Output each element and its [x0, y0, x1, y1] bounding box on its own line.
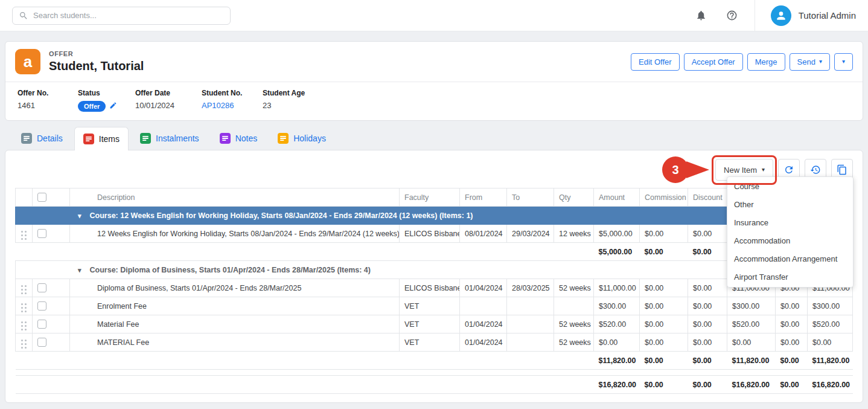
items-icon — [83, 134, 94, 144]
tab-notes[interactable]: Notes — [211, 127, 267, 150]
cell-discount: $0.00 — [688, 315, 727, 333]
drag-handle-icon[interactable] — [21, 231, 23, 233]
offer-titles: OFFER Student, Tutorial — [49, 50, 144, 73]
tab-items[interactable]: Items — [74, 127, 129, 150]
cell-total: $0.00 — [776, 315, 808, 333]
offer-head: a OFFER Student, Tutorial Edit Offer Acc… — [5, 42, 863, 82]
student-no-link[interactable]: AP10286 — [202, 101, 234, 110]
column-header-commission: Commission — [640, 188, 688, 207]
refresh-icon — [783, 164, 794, 175]
table-row: MATERIAL Fee VET 01/04/2024 52 weeks $0.… — [16, 333, 853, 352]
search-input[interactable] — [33, 11, 224, 20]
cell-to: 28/03/2025 — [507, 279, 554, 297]
edit-status-icon[interactable] — [109, 101, 117, 111]
cell-total: $0.00 — [808, 333, 853, 352]
row-checkbox[interactable] — [37, 283, 46, 292]
cell-commission: $0.00 — [640, 297, 688, 315]
cell-total: $0.00 — [776, 297, 808, 315]
menu-item-accommodation-arrangement[interactable]: Accommodation Arrangement — [727, 250, 853, 268]
column-header-description: Description — [70, 188, 400, 207]
collapse-group-icon[interactable]: ▾ — [78, 266, 81, 274]
avatar — [771, 5, 791, 26]
cell-description: Enrolment Fee — [70, 297, 400, 315]
row-checkbox[interactable] — [37, 229, 46, 238]
cell-faculty: VET — [400, 333, 460, 352]
row-checkbox[interactable] — [37, 320, 46, 329]
cell-to — [507, 315, 554, 333]
row-checkbox[interactable] — [37, 301, 46, 311]
field-offer-no: Offer No. 1461 — [18, 89, 78, 112]
cell-commission: $0.00 — [640, 225, 688, 243]
help-icon — [726, 10, 738, 21]
tab-holidays[interactable]: Holidays — [269, 127, 335, 150]
row-checkbox[interactable] — [37, 338, 46, 347]
cell-from: 01/04/2024 — [460, 279, 507, 297]
offer-fields-row: Offer No. 1461 Status Offer Offer Date 1… — [5, 82, 863, 120]
cell-from: 01/04/2024 — [460, 333, 507, 352]
instalments-icon — [140, 133, 151, 144]
column-header-faculty: Faculty — [400, 188, 460, 207]
drag-handle-icon[interactable] — [21, 285, 23, 287]
new-item-dropdown-menu: Course Other Insurance Accommodation Acc… — [727, 176, 854, 288]
status-badge: Offer — [78, 101, 106, 112]
column-header-to: To — [507, 188, 554, 207]
offer-app-icon: a — [15, 49, 40, 74]
table-header-cell — [33, 188, 70, 207]
field-student-no: Student No. AP10286 — [202, 89, 263, 112]
student-search-box[interactable] — [12, 7, 231, 25]
group-subtotal-row: $11,820.00 $0.00 $0.00 $11,820.00 $0.00 … — [16, 352, 853, 370]
select-all-checkbox[interactable] — [37, 193, 46, 202]
cell-qty: 52 weeks — [554, 279, 594, 297]
tab-instalments[interactable]: Instalments — [131, 127, 208, 150]
cell-discount: $0.00 — [688, 333, 727, 352]
menu-item-airport-transfer[interactable]: Airport Transfer — [727, 268, 853, 286]
cell-qty: 52 weeks — [554, 315, 594, 333]
tab-details[interactable]: Details — [12, 127, 72, 150]
cell-faculty: ELICOS Bisbane — [400, 279, 460, 297]
menu-item-accommodation[interactable]: Accommodation — [727, 232, 853, 250]
cell-commission: $0.00 — [640, 315, 688, 333]
grand-total-row: $16,820.00 $0.00 $0.00 $16,820.00 $0.00 … — [16, 376, 853, 394]
cell-qty: 52 weeks — [554, 333, 594, 352]
cell-amount: $0.00 — [594, 333, 640, 352]
cell-total: $300.00 — [727, 297, 776, 315]
cell-commission: $0.00 — [640, 279, 688, 297]
send-button[interactable]: Send▾ — [790, 53, 830, 71]
menu-item-insurance[interactable]: Insurance — [727, 214, 853, 232]
page-title: Student, Tutorial — [49, 59, 144, 73]
cell-from: 01/04/2024 — [460, 315, 507, 333]
search-icon — [19, 11, 28, 21]
help-button[interactable] — [724, 7, 740, 24]
cell-amount: $11,000.00 — [594, 279, 640, 297]
user-menu[interactable]: Tutorial Admin — [755, 0, 856, 31]
field-student-age: Student Age 23 — [263, 89, 305, 112]
drag-handle-icon[interactable] — [21, 321, 23, 323]
tutorial-step-badge: 3 — [662, 156, 689, 183]
cell-amount: $300.00 — [594, 297, 640, 315]
merge-button[interactable]: Merge — [747, 53, 785, 71]
notifications-button[interactable] — [693, 7, 709, 24]
table-header-cell — [16, 188, 33, 207]
cell-faculty: VET — [400, 297, 460, 315]
menu-item-other[interactable]: Other — [727, 196, 853, 214]
edit-offer-button[interactable]: Edit Offer — [631, 53, 680, 71]
bell-icon — [695, 10, 707, 21]
cell-total: $0.00 — [776, 333, 808, 352]
spacer-row — [16, 370, 853, 376]
top-bar: Tutorial Admin — [0, 0, 868, 31]
collapse-group-icon[interactable]: ▾ — [78, 212, 81, 219]
accept-offer-button[interactable]: Accept Offer — [684, 53, 743, 71]
cell-total: $520.00 — [808, 315, 853, 333]
cell-qty: 12 weeks — [554, 225, 594, 243]
column-header-amount: Amount — [594, 188, 640, 207]
drag-handle-icon[interactable] — [21, 303, 23, 305]
field-status: Status Offer — [78, 89, 135, 112]
more-actions-button[interactable]: ▾ — [834, 53, 853, 71]
caret-down-icon: ▾ — [819, 59, 822, 65]
history-icon — [810, 164, 821, 175]
tutorial-arrow — [686, 161, 709, 178]
drag-handle-icon[interactable] — [21, 340, 23, 341]
column-header-from: From — [460, 188, 507, 207]
cell-faculty: ELICOS Bisbane — [400, 225, 460, 243]
menu-item-course[interactable]: Course — [727, 178, 853, 196]
